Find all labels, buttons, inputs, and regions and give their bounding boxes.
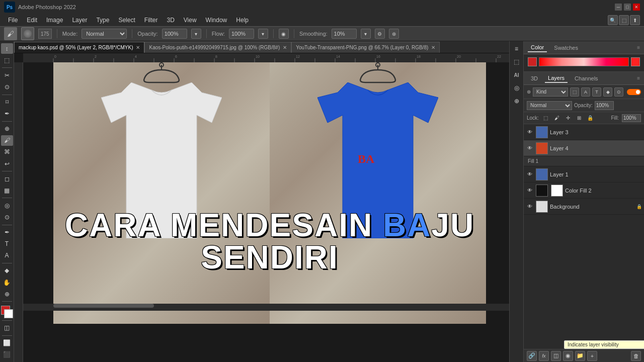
tab-channels[interactable]: Channels bbox=[572, 74, 601, 82]
menu-item-edit[interactable]: Edit bbox=[23, 16, 41, 25]
layer-item-layer3[interactable]: 👁 Layer 3 bbox=[524, 124, 644, 140]
pen-tool[interactable]: ✒ bbox=[1, 227, 13, 237]
flow-input[interactable] bbox=[229, 29, 254, 39]
tab-close-btn[interactable]: ✕ bbox=[136, 45, 140, 50]
collapse-toggle[interactable]: ≡ bbox=[511, 43, 522, 54]
color-end-box[interactable] bbox=[631, 57, 640, 66]
airbrush-icon[interactable]: ◉ bbox=[279, 29, 289, 39]
crop-tool[interactable]: ⌑ bbox=[1, 97, 13, 107]
tab-kaos-polos[interactable]: Kaos-Polos-putih-e1499920499715.jpg @ 10… bbox=[144, 42, 291, 53]
menu-item-window[interactable]: Window bbox=[202, 16, 231, 25]
new-group-btn[interactable]: 📁 bbox=[575, 351, 585, 361]
gear-icon[interactable]: ⚙ bbox=[375, 29, 385, 39]
panel-icon-2[interactable]: AI bbox=[511, 69, 522, 80]
new-layer-btn[interactable]: + bbox=[587, 351, 597, 361]
link-layers-btn[interactable]: 🔗 bbox=[527, 351, 537, 361]
filter-type-icon[interactable]: T bbox=[592, 87, 601, 97]
menu-item-layer[interactable]: Layer bbox=[68, 16, 91, 25]
titlebar-controls[interactable]: ─ □ ✕ bbox=[615, 4, 640, 11]
tab-swatches[interactable]: Swatches bbox=[551, 44, 581, 52]
layer-item-background[interactable]: 👁 Background 🔒 bbox=[524, 199, 644, 215]
tab-color[interactable]: Color bbox=[528, 43, 547, 52]
color-gradient-bar[interactable] bbox=[539, 57, 629, 66]
canvas-viewport[interactable]: for(let i=0;i<30;i++){ let x = i*40; doc… bbox=[14, 53, 509, 362]
lock-transparent-btn[interactable]: ⬚ bbox=[542, 114, 550, 122]
menu-item-3d[interactable]: 3D bbox=[163, 16, 178, 25]
screen-arrangement-icon[interactable]: ⬚ bbox=[619, 15, 629, 25]
filter-kind-select[interactable]: Kind bbox=[533, 87, 568, 97]
layer-item-colorfill2[interactable]: 👁 Color Fill 2 bbox=[524, 183, 644, 199]
marquee-tool[interactable]: ⬚ bbox=[1, 55, 13, 65]
smoothing-input[interactable] bbox=[332, 29, 357, 39]
layer-item-layer4[interactable]: 👁 Layer 4 bbox=[524, 140, 644, 156]
layers-panel-menu[interactable]: ≡ bbox=[637, 75, 640, 81]
filter-toggle[interactable] bbox=[627, 89, 641, 95]
history-brush-tool[interactable]: ↩ bbox=[1, 158, 13, 169]
clone-tool[interactable]: ⌘ bbox=[1, 147, 13, 157]
menu-item-image[interactable]: Image bbox=[42, 16, 67, 25]
panel-icon-1[interactable]: ⬚ bbox=[511, 56, 522, 67]
panel-icon-4[interactable]: ⊕ bbox=[511, 96, 522, 107]
layer-visibility-toggle[interactable]: 👁 bbox=[526, 128, 534, 136]
quick-mask-btn[interactable]: ◫ bbox=[1, 323, 13, 333]
active-color-box[interactable] bbox=[528, 57, 537, 66]
flow-expand-icon[interactable]: ▾ bbox=[258, 29, 268, 39]
layer-visibility-toggle[interactable]: 👁 bbox=[526, 203, 534, 211]
delete-layer-btn[interactable]: 🗑 bbox=[631, 351, 641, 361]
menu-item-file[interactable]: File bbox=[4, 16, 22, 25]
blend-mode-select[interactable]: Normal bbox=[527, 101, 572, 110]
tab-mackup-kaos[interactable]: mackup kaos.psd @ 50% (Layer 2, RGB/8*/C… bbox=[14, 42, 144, 53]
layer-item-layer1[interactable]: 👁 Layer 1 bbox=[524, 166, 644, 183]
opacity-value-input[interactable] bbox=[595, 101, 614, 110]
layer-visibility-toggle[interactable]: 👁 bbox=[526, 187, 534, 195]
panel-icon-3[interactable]: ◎ bbox=[511, 82, 522, 94]
filter-shape-icon[interactable]: ◆ bbox=[603, 87, 612, 97]
fill-value-input[interactable] bbox=[622, 114, 641, 122]
lock-position-btn[interactable]: ✛ bbox=[564, 114, 572, 122]
new-fill-btn[interactable]: ◉ bbox=[563, 351, 573, 361]
brush-preview[interactable] bbox=[21, 27, 34, 40]
lock-image-btn[interactable]: 🖌 bbox=[553, 114, 561, 122]
menu-item-view[interactable]: View bbox=[180, 16, 201, 25]
opacity-expand-icon[interactable]: ▾ bbox=[191, 29, 201, 39]
lock-artboard-btn[interactable]: ⊞ bbox=[575, 114, 583, 122]
hand-tool[interactable]: ✋ bbox=[1, 277, 13, 288]
add-mask-btn[interactable]: ◫ bbox=[551, 351, 561, 361]
quick-select-tool[interactable]: ⊙ bbox=[1, 81, 13, 92]
search-icon[interactable]: 🔍 bbox=[608, 15, 618, 25]
horizontal-scrollbar[interactable] bbox=[53, 304, 154, 308]
tab-youtube-png[interactable]: YouTube-Transparent-PNG.png @ 66.7% (Lay… bbox=[291, 42, 440, 53]
healing-brush-tool[interactable]: ⊕ bbox=[1, 124, 13, 134]
dodge-tool[interactable]: ⊙ bbox=[1, 212, 13, 222]
filter-adjust-icon[interactable]: A bbox=[581, 87, 590, 97]
filter-pixel-icon[interactable]: ⬚ bbox=[570, 87, 579, 97]
blur-tool[interactable]: ◎ bbox=[1, 200, 13, 211]
artboard-btn[interactable]: ⬛ bbox=[1, 349, 13, 360]
screen-mode-btn[interactable]: ⬜ bbox=[1, 338, 13, 348]
menu-item-type[interactable]: Type bbox=[92, 16, 113, 25]
opacity-input[interactable] bbox=[162, 29, 187, 39]
brush-tool-btn[interactable]: 🖌 bbox=[4, 27, 17, 40]
zoom-tool[interactable]: ⊕ bbox=[1, 289, 13, 299]
tab-3d[interactable]: 3D bbox=[528, 74, 541, 82]
move-tool[interactable]: ↕ bbox=[1, 43, 13, 54]
color-panel-menu[interactable]: ≡ bbox=[637, 45, 640, 50]
brush-tool[interactable]: 🖌 bbox=[1, 135, 13, 146]
close-button[interactable]: ✕ bbox=[633, 4, 640, 11]
shape-tool[interactable]: ◆ bbox=[1, 265, 13, 276]
share-icon[interactable]: ⬆ bbox=[630, 15, 640, 25]
maximize-button[interactable]: □ bbox=[624, 4, 631, 11]
minimize-button[interactable]: ─ bbox=[615, 4, 622, 11]
tab-layers[interactable]: Layers bbox=[545, 74, 568, 83]
layer-visibility-toggle[interactable]: 👁 bbox=[526, 170, 534, 178]
path-selection-tool[interactable]: A bbox=[1, 250, 13, 261]
tab-close-btn[interactable]: ✕ bbox=[283, 45, 287, 50]
background-color[interactable] bbox=[4, 309, 13, 318]
type-tool[interactable]: T bbox=[1, 239, 13, 249]
lock-all-btn[interactable]: 🔒 bbox=[586, 114, 594, 122]
color-panel-header[interactable]: Color Swatches ≡ bbox=[524, 41, 644, 54]
eyedropper-tool[interactable]: ✒ bbox=[1, 109, 13, 119]
lasso-tool[interactable]: ✂ bbox=[1, 70, 13, 80]
menu-item-help[interactable]: Help bbox=[232, 16, 253, 25]
menu-item-select[interactable]: Select bbox=[114, 16, 139, 25]
